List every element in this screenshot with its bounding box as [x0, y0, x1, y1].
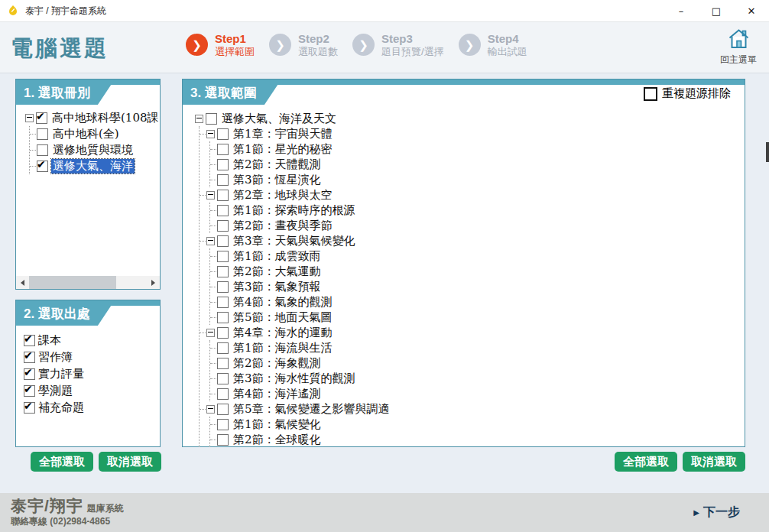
horizontal-scrollbar[interactable]: [16, 276, 160, 289]
tree-checkbox[interactable]: [217, 434, 229, 446]
tree-checkbox[interactable]: [217, 281, 229, 293]
tree-checkbox[interactable]: [217, 404, 229, 415]
tree-children: 第1節：海流與生活第2節：海象觀測第3節：海水性質的觀測第4節：海洋遙測: [209, 340, 745, 401]
tree-item-label[interactable]: 第2節：大氣運動: [232, 264, 323, 279]
tree-checkbox[interactable]: [217, 342, 229, 354]
footer-brand: 泰宇/翔宇題庫系統 聯絡專線 (02)2984-4865: [11, 497, 124, 527]
tree-checkbox[interactable]: [217, 312, 229, 323]
tree-children: 第1節：星光的秘密第2節：天體觀測第3節：恆星演化: [209, 141, 745, 187]
tree-item-label[interactable]: 第5章：氣候變遷之影響與調適: [232, 402, 391, 417]
next-step-button[interactable]: ▶ 下一步: [693, 504, 740, 521]
tree-item-label[interactable]: 第1節：星光的秘密: [232, 142, 334, 157]
tree-item-label[interactable]: 第1節：探索時序的根源: [232, 203, 357, 218]
source-list: 課本習作簿實力評量學測題補充命題: [16, 326, 160, 416]
source-checkbox[interactable]: [24, 385, 35, 397]
tree-item-label[interactable]: 選修地質與環境: [51, 143, 135, 157]
tree-checkbox[interactable]: [217, 251, 229, 262]
tree-item-label[interactable]: 第5節：地面天氣圖: [232, 310, 334, 325]
tree-checkbox[interactable]: [217, 388, 229, 400]
select-all-books-button[interactable]: 全部選取: [31, 452, 93, 472]
tree-collapse-icon[interactable]: [206, 329, 215, 337]
tree-item-label[interactable]: 第1章：宇宙與天體: [232, 127, 334, 141]
dedupe-checkbox-row[interactable]: 重複題源排除: [644, 86, 731, 101]
tree-item-label[interactable]: 第2節：海象觀測: [232, 356, 323, 371]
tree-item-label[interactable]: 第1節：成雲致雨: [232, 249, 323, 264]
tree-item-label[interactable]: 第1節：海流與生活: [232, 341, 334, 355]
step-item-1[interactable]: ❯Step1選擇範圍: [186, 32, 255, 58]
tree-item-label[interactable]: 第1節：氣候變化: [232, 417, 323, 432]
tree-checkbox[interactable]: [217, 159, 229, 170]
tree-checkbox[interactable]: [217, 220, 229, 232]
tree-checkbox[interactable]: [217, 128, 229, 140]
tree-collapse-icon[interactable]: [206, 130, 215, 138]
dedupe-checkbox[interactable]: [644, 87, 657, 101]
tree-item-label[interactable]: 第4節：海洋遙測: [232, 387, 323, 401]
close-button[interactable]: ✕: [734, 0, 769, 21]
tree-item-label[interactable]: 高中地科(全): [51, 127, 121, 141]
tree-checkbox[interactable]: [217, 297, 229, 308]
source-checkbox[interactable]: [24, 335, 35, 346]
footer: 泰宇/翔宇題庫系統 聯絡專線 (02)2984-4865 ▶ 下一步: [0, 493, 769, 532]
step-chevron-icon: ❯: [269, 34, 291, 56]
home-label: 回主選單: [715, 54, 761, 66]
tree-checkbox[interactable]: [217, 419, 229, 430]
tree-item-label[interactable]: 選修大氣、海洋及天文: [220, 112, 338, 126]
tree-item-label[interactable]: 選修大氣、海洋: [51, 159, 135, 174]
deselect-scope-button[interactable]: 取消選取: [683, 452, 745, 472]
tree-item-label[interactable]: 第2節：全球暖化: [232, 433, 323, 447]
tree-checkbox[interactable]: [37, 161, 48, 172]
deselect-books-button[interactable]: 取消選取: [99, 452, 161, 472]
step-item-2[interactable]: ❯Step2選取題數: [269, 32, 338, 58]
tree-checkbox[interactable]: [36, 112, 47, 124]
tree-collapse-icon[interactable]: [206, 237, 215, 245]
tree-checkbox[interactable]: [37, 128, 48, 140]
home-icon: [727, 28, 751, 50]
step-item-4[interactable]: ❯Step4輸出試題: [459, 32, 527, 58]
source-checkbox[interactable]: [24, 352, 35, 363]
tree-checkbox[interactable]: [217, 358, 229, 369]
tree-item-label[interactable]: 第2節：天體觀測: [232, 157, 323, 172]
tree-checkbox[interactable]: [217, 327, 229, 339]
scroll-right-arrow-icon[interactable]: [147, 276, 160, 289]
select-all-scope-button[interactable]: 全部選取: [615, 452, 677, 472]
tree-checkbox[interactable]: [217, 373, 229, 384]
right-actions: 全部選取 取消選取: [182, 452, 745, 472]
tree-row: 第2節：晝夜與季節: [210, 218, 745, 233]
tree-item-label[interactable]: 第4節：氣象的觀測: [232, 295, 334, 310]
tree-checkbox[interactable]: [206, 113, 217, 125]
tree-collapse-icon[interactable]: [206, 191, 215, 200]
source-label: 課本: [38, 333, 61, 348]
tree-item-label[interactable]: 第4章：海水的運動: [232, 326, 334, 340]
tree-checkbox[interactable]: [217, 190, 229, 201]
tree-item-label[interactable]: 第2章：地球與太空: [232, 188, 334, 203]
tree-checkbox[interactable]: [217, 174, 229, 186]
tree-collapse-icon[interactable]: [195, 115, 203, 123]
tree-item-label[interactable]: 第2節：晝夜與季節: [232, 219, 334, 233]
tree-item-label[interactable]: 第3節：氣象預報: [232, 280, 323, 294]
tree-collapse-icon[interactable]: [206, 405, 215, 414]
source-label: 學測題: [38, 384, 73, 398]
tree-item-label[interactable]: 高中地球科學(108課: [50, 111, 160, 125]
minimize-button[interactable]: –: [664, 0, 699, 21]
tree-item-label[interactable]: 第3章：天氣與氣候變化: [232, 234, 357, 248]
tree-checkbox[interactable]: [217, 235, 229, 247]
source-checkbox[interactable]: [24, 402, 35, 414]
maximize-button[interactable]: □: [699, 0, 734, 21]
scroll-left-arrow-icon[interactable]: [16, 276, 29, 289]
tree-checkbox[interactable]: [37, 144, 48, 156]
tree-checkbox[interactable]: [217, 266, 229, 277]
tree-item-label[interactable]: 第3節：恆星演化: [232, 173, 323, 187]
tree-checkbox[interactable]: [217, 205, 229, 216]
step-item-3[interactable]: ❯Step3題目預覽/選擇: [352, 32, 444, 58]
tree-connector: [30, 166, 36, 167]
tree-row: 第1節：海流與生活: [210, 340, 745, 355]
tree-row: 第4章：海水的運動: [200, 325, 745, 340]
scrollbar-thumb[interactable]: [29, 276, 116, 289]
source-checkbox[interactable]: [24, 368, 35, 380]
tree-checkbox[interactable]: [217, 144, 229, 155]
home-button[interactable]: 回主選單: [715, 28, 761, 66]
tree-row: 第1章：宇宙與天體: [200, 126, 745, 141]
tree-collapse-icon[interactable]: [25, 114, 34, 122]
tree-item-label[interactable]: 第3節：海水性質的觀測: [232, 371, 357, 386]
dedupe-label: 重複題源排除: [662, 86, 731, 101]
